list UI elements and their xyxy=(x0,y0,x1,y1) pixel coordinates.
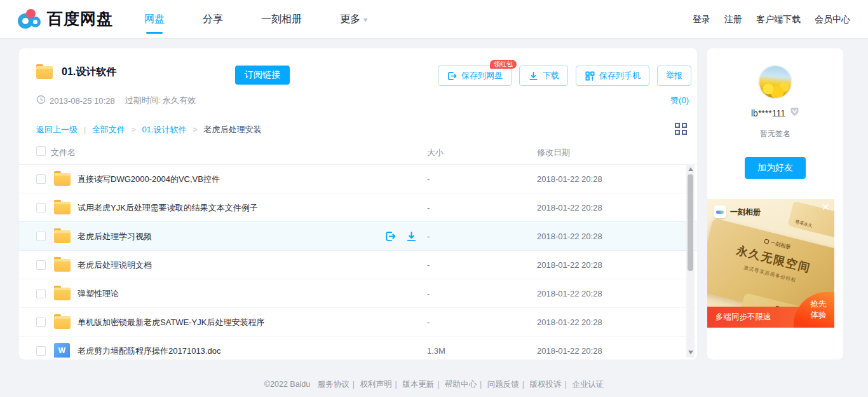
download-button[interactable]: 下载 xyxy=(519,66,568,86)
select-all-checkbox[interactable] xyxy=(36,146,46,156)
top-navbar: 百度网盘 网盘 分享 一刻相册 更多▾ 登录 注册 客户端下载 会员中心 xyxy=(0,0,868,39)
file-date: 2018-01-22 20:28 xyxy=(537,193,602,222)
file-name[interactable]: 弹塑性理论 xyxy=(78,279,119,308)
file-size: - xyxy=(427,222,430,251)
client-download-link[interactable]: 客户端下载 xyxy=(756,14,801,25)
breadcrumb-folder[interactable]: 01.设计软件 xyxy=(142,125,186,134)
qr-code-icon xyxy=(585,71,595,81)
file-name[interactable]: 老虎后处理说明文档 xyxy=(78,251,152,279)
register-link[interactable]: 注册 xyxy=(724,14,742,25)
table-row[interactable]: 老虎后处理说明文档 - 2018-01-22 20:28 xyxy=(19,251,697,279)
action-buttons: 保存到网盘 领红包 下载 保存到手机 举报 xyxy=(438,66,691,86)
save-to-netdisk-button[interactable]: 保存到网盘 领红包 xyxy=(438,66,512,86)
scrollbar-thumb[interactable] xyxy=(688,174,693,271)
grid-view-icon[interactable] xyxy=(675,123,687,135)
row-checkbox[interactable] xyxy=(36,174,46,184)
file-date: 2018-01-22 20:28 xyxy=(537,222,602,251)
breadcrumb: 返回上一级 | 全部文件 > 01.设计软件 > 老虎后处理安装 xyxy=(36,124,261,136)
file-name[interactable]: 单机版加密锁最新老虎SATWE-YJK后处理安装程序 xyxy=(78,308,264,337)
file-size: - xyxy=(427,165,430,193)
file-size: - xyxy=(427,308,430,337)
footer-link-feedback[interactable]: 问题反馈 xyxy=(487,380,519,389)
tab-photo-album[interactable]: 一刻相册 xyxy=(260,13,303,26)
file-name[interactable]: 试用老虎YJK后处理需要读取的结果文本文件例子 xyxy=(78,193,258,222)
footer-link-rights[interactable]: 权利声明 xyxy=(360,380,392,389)
table-row[interactable]: 试用老虎YJK后处理需要读取的结果文本文件例子 - 2018-01-22 20:… xyxy=(19,193,697,222)
breadcrumb-separator: | xyxy=(84,125,86,134)
table-header: 文件名 大小 修改日期 xyxy=(19,145,697,162)
row-checkbox[interactable] xyxy=(36,346,46,356)
page-footer: ©2022 Baidu 服务协议| 权利声明| 版本更新| 帮助中心| 问题反馈… xyxy=(0,379,868,390)
word-doc-icon: W xyxy=(54,343,70,358)
row-hover-actions xyxy=(384,230,417,245)
breadcrumb-current: 老虎后处理安装 xyxy=(203,125,261,134)
file-size: - xyxy=(427,279,430,308)
file-name[interactable]: 老虎剪力墙配筋程序操作20171013.doc xyxy=(78,337,220,358)
page: 百度网盘 网盘 分享 一刻相册 更多▾ 登录 注册 客户端下载 会员中心 01.… xyxy=(0,0,868,397)
row-checkbox[interactable] xyxy=(36,289,46,298)
row-checkbox[interactable] xyxy=(36,232,46,241)
file-date: 2018-01-22 20:28 xyxy=(537,337,602,358)
close-icon[interactable]: ✕ xyxy=(822,201,830,213)
file-name[interactable]: 直接读写DWG2000-2004的VC,VB控件 xyxy=(78,165,220,193)
breadcrumb-separator: > xyxy=(193,125,198,134)
folder-icon xyxy=(54,316,71,329)
file-date: 2018-01-22 20:28 xyxy=(537,251,602,279)
scrollbar[interactable] xyxy=(686,164,695,358)
like-count-link[interactable]: 赞(0) xyxy=(670,95,689,106)
tab-share[interactable]: 分享 xyxy=(201,13,224,26)
red-packet-badge: 领红包 xyxy=(490,60,517,69)
tab-label: 网盘 xyxy=(144,13,165,24)
ad-corner-text: 尊享永久 xyxy=(794,219,813,229)
row-checkbox[interactable] xyxy=(36,260,46,270)
footer-link-terms[interactable]: 服务协议 xyxy=(318,380,349,389)
tab-label: 一刻相册 xyxy=(261,13,302,24)
breadcrumb-separator: > xyxy=(131,125,136,134)
breadcrumb-back[interactable]: 返回上一级 xyxy=(36,125,78,134)
brand[interactable]: 百度网盘 xyxy=(18,8,113,29)
file-size: - xyxy=(427,251,430,279)
file-name[interactable]: 老虎后处理学习视频 xyxy=(78,222,152,251)
save-to-netdisk-icon[interactable] xyxy=(384,230,397,245)
tab-netdisk[interactable]: 网盘 xyxy=(143,13,166,26)
table-row-hovered[interactable]: 老虎后处理学习视频 - 2018-01-22 20:28 xyxy=(19,222,697,251)
add-friend-button[interactable]: 加为好友 xyxy=(745,157,806,179)
file-date: 2018-01-22 20:28 xyxy=(537,279,602,308)
row-checkbox[interactable] xyxy=(36,203,46,212)
file-date: 2018-01-22 20:28 xyxy=(537,308,602,337)
clock-icon xyxy=(36,95,46,106)
footer-link-help[interactable]: 帮助中心 xyxy=(445,380,477,389)
scroll-down-arrow[interactable] xyxy=(688,351,693,354)
report-button[interactable]: 举报 xyxy=(657,66,691,86)
username: lb****111 xyxy=(751,108,785,118)
member-center-link[interactable]: 会员中心 xyxy=(815,14,850,25)
table-row[interactable]: W 老虎剪力墙配筋程序操作20171013.doc 1.3M 2018-01-2… xyxy=(19,337,697,358)
scroll-up-arrow[interactable] xyxy=(688,167,693,171)
share-content-card: 01.设计软件 订阅链接 保存到网盘 领红包 下载 保存到手机 举报 xyxy=(19,48,697,359)
share-title: 01.设计软件 xyxy=(62,66,116,79)
photo-album-ad-banner[interactable]: 一刻相册 ✕ 尊享永久 一刻相册 永久无限空间 激活尊享原画备份特权 多端同步不… xyxy=(707,199,834,328)
avatar[interactable] xyxy=(758,65,792,99)
primary-nav: 网盘 分享 一刻相册 更多▾ xyxy=(143,0,369,39)
button-label: 举报 xyxy=(666,70,682,81)
footer-link-updates[interactable]: 版本更新 xyxy=(402,380,434,389)
owner-profile-card: lb****111 暂无签名 加为好友 一刻相册 ✕ 尊享永久 一刻相册 永久无… xyxy=(707,48,843,359)
folder-icon xyxy=(54,173,71,186)
footer-link-enterprise[interactable]: 企业认证 xyxy=(572,380,604,389)
tab-more[interactable]: 更多▾ xyxy=(339,13,369,26)
login-link[interactable]: 登录 xyxy=(693,14,710,25)
download-icon[interactable] xyxy=(405,230,417,245)
subscribe-link-button[interactable]: 订阅链接 xyxy=(235,66,290,85)
row-checkbox[interactable] xyxy=(36,317,46,327)
ad-brand-label: 一刻相册 xyxy=(730,207,761,218)
folder-icon xyxy=(54,202,71,214)
button-label: 下载 xyxy=(543,70,559,81)
table-row[interactable]: 单机版加密锁最新老虎SATWE-YJK后处理安装程序 - 2018-01-22 … xyxy=(19,308,697,337)
table-row[interactable]: 直接读写DWG2000-2004的VC,VB控件 - 2018-01-22 20… xyxy=(19,165,697,193)
table-row[interactable]: 弹塑性理论 - 2018-01-22 20:28 xyxy=(19,279,697,308)
ad-brand: 一刻相册 xyxy=(714,205,761,218)
button-label: 保存到网盘 xyxy=(461,70,503,81)
footer-link-copyright-report[interactable]: 版权投诉 xyxy=(529,380,561,389)
breadcrumb-all-files[interactable]: 全部文件 xyxy=(92,125,125,134)
save-to-phone-button[interactable]: 保存到手机 xyxy=(576,66,649,86)
